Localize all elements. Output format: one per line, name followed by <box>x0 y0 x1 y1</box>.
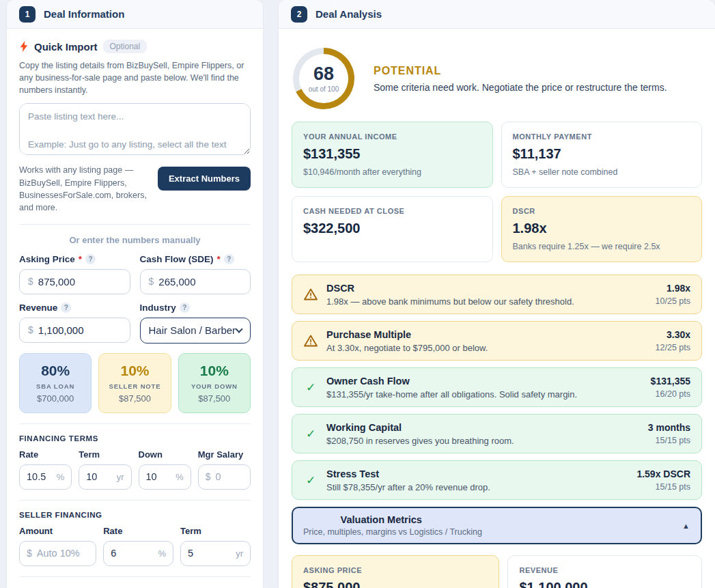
rate-input[interactable] <box>27 471 52 482</box>
check-icon: ✓ <box>303 380 318 395</box>
percent-unit: % <box>57 472 65 482</box>
extract-numbers-button[interactable]: Extract Numbers <box>158 167 251 191</box>
cash-flow-label: Cash Flow (SDE) <box>140 254 214 264</box>
annual-income-value: $131,355 <box>303 146 481 162</box>
amount-field-box: $ <box>19 541 96 566</box>
criterion-title: Owner Cash Flow <box>326 376 643 387</box>
dscr-sub: Banks require 1.25x — we require 2.5x <box>513 242 691 251</box>
warning-icon <box>303 335 318 347</box>
mgr-salary-input[interactable] <box>216 471 243 482</box>
industry-select[interactable]: Hair Salon / Barber <box>140 318 251 344</box>
deal-analysis-panel: 2 Deal Analysis 68 out of 100 POTENTIAL … <box>279 0 715 588</box>
criterion-row-purchase-multiple: Purchase Multiple At 3.30x, negotiate to… <box>292 321 702 361</box>
mgr-salary-label: Mgr Salary <box>198 449 251 460</box>
criterion-title: Purchase Multiple <box>326 329 647 340</box>
sba-loan-label: SBA LOAN <box>24 382 87 390</box>
dscr-card: DSCR 1.98x Banks require 1.25x — we requ… <box>501 196 703 262</box>
cash-at-close-card: CASH NEEDED AT CLOSE $322,500 <box>292 196 493 262</box>
criterion-points: 15/15 pts <box>636 482 690 492</box>
score-verdict: POTENTIAL <box>374 65 667 77</box>
sba-loan-amount: $700,000 <box>24 393 87 404</box>
check-icon: ✓ <box>303 427 318 441</box>
divider <box>19 500 251 501</box>
seller-term-input[interactable] <box>188 548 231 559</box>
dscr-label: DSCR <box>513 207 691 215</box>
industry-label: Industry <box>140 303 176 313</box>
down-label: Down <box>139 449 191 460</box>
criterion-points: 10/25 pts <box>656 296 690 306</box>
term-label: Term <box>79 449 131 460</box>
your-down-amount: $87,500 <box>183 393 246 404</box>
dscr-value: 1.98x <box>513 221 691 236</box>
seller-note-percent: 10% <box>103 363 166 379</box>
rate-field-box: % <box>19 464 72 490</box>
industry-help-icon[interactable]: ? <box>180 303 190 313</box>
your-down-percent: 10% <box>183 363 246 379</box>
criterion-value: 3 months <box>648 422 690 433</box>
criterion-points: 12/25 pts <box>656 343 690 352</box>
criterion-desc: At 3.30x, negotiate to $795,000 or below… <box>326 343 647 353</box>
monthly-payment-value: $11,137 <box>513 146 691 162</box>
asking-price-compare-label: ASKING PRICE <box>303 566 488 574</box>
criterion-row-owner-cash-flow: ✓ Owner Cash Flow $131,355/yr take-home … <box>292 367 702 407</box>
asking-price-input[interactable] <box>38 276 122 288</box>
asking-price-compare-card: ASKING PRICE $875,000 Industry avg: $750… <box>292 555 499 588</box>
score-ring: 68 out of 100 <box>293 48 354 109</box>
mgr-salary-field-box: $ <box>198 464 251 490</box>
dollar-prefix: $ <box>28 276 33 287</box>
criterion-points: 16/20 pts <box>651 389 690 399</box>
cash-at-close-label: CASH NEEDED AT CLOSE <box>303 207 481 215</box>
cash-flow-field-box: $ <box>140 269 251 294</box>
seller-term-label: Term <box>180 526 251 536</box>
divider <box>19 224 251 225</box>
valuation-metrics-toggle[interactable]: Valuation Metrics Price, multiples, marg… <box>292 507 702 544</box>
revenue-compare-card: REVENUE $1,100,000 Industry avg: $2,000,… <box>507 555 702 588</box>
revenue-compare-value: $1,100,000 <box>519 580 690 588</box>
dollar-prefix: $ <box>149 276 154 287</box>
revenue-help-icon[interactable]: ? <box>61 303 71 313</box>
down-field-box: % <box>139 464 191 490</box>
divider <box>19 576 251 577</box>
required-asterisk: * <box>79 254 82 264</box>
seller-amount-input[interactable] <box>37 548 89 559</box>
year-unit: yr <box>236 548 243 559</box>
warning-icon <box>303 288 318 300</box>
check-icon: ✓ <box>303 473 318 488</box>
asking-price-help-icon[interactable]: ? <box>85 254 96 264</box>
monthly-payment-sub: SBA + seller note combined <box>513 167 691 177</box>
criterion-value: 1.98x <box>656 283 690 294</box>
year-unit: yr <box>117 472 124 482</box>
dollar-prefix: $ <box>206 471 211 482</box>
criterion-value: 1.59x DSCR <box>636 468 690 479</box>
quick-import-description: Copy the listing details from BizBuySell… <box>19 59 251 96</box>
quick-import-title: Quick Import <box>34 41 98 53</box>
criterion-desc: 1.98x — above bank minimums but below ou… <box>326 296 647 307</box>
down-input[interactable] <box>146 471 171 482</box>
revenue-label: Revenue <box>19 303 57 313</box>
financing-terms-title: FINANCING TERMS <box>19 434 251 443</box>
revenue-compare-label: REVENUE <box>519 566 690 574</box>
cash-at-close-value: $322,500 <box>303 221 481 236</box>
cash-flow-help-icon[interactable]: ? <box>224 254 234 264</box>
term-field-box: yr <box>79 464 131 490</box>
deal-information-title: Deal Information <box>44 8 124 20</box>
seller-rate-field-box: % <box>103 541 173 566</box>
score-message: Some criteria need work. Negotiate the p… <box>374 82 667 93</box>
manual-entry-note: Or enter the numbers manually <box>19 235 251 245</box>
term-input[interactable] <box>86 471 111 482</box>
seller-rate-input[interactable] <box>111 548 153 559</box>
monthly-payment-card: MONTHLY PAYMENT $11,137 SBA + seller not… <box>501 122 703 188</box>
seller-term-field-box: yr <box>180 541 251 566</box>
industry-selected-value: Hair Salon / Barber <box>149 324 236 336</box>
criterion-points: 15/15 pts <box>648 436 690 445</box>
criterion-title: Stress Test <box>326 468 628 479</box>
cash-flow-input[interactable] <box>158 276 242 288</box>
revenue-input[interactable] <box>38 324 122 336</box>
percent-unit: % <box>176 472 184 482</box>
step-2-badge: 2 <box>291 6 307 23</box>
divider <box>19 423 251 424</box>
score-caption: out of 100 <box>309 85 339 93</box>
asking-price-label: Asking Price <box>19 254 75 264</box>
listing-paste-textarea[interactable] <box>19 103 251 155</box>
deal-information-panel: 1 Deal Information Quick Import Optional… <box>7 0 263 588</box>
